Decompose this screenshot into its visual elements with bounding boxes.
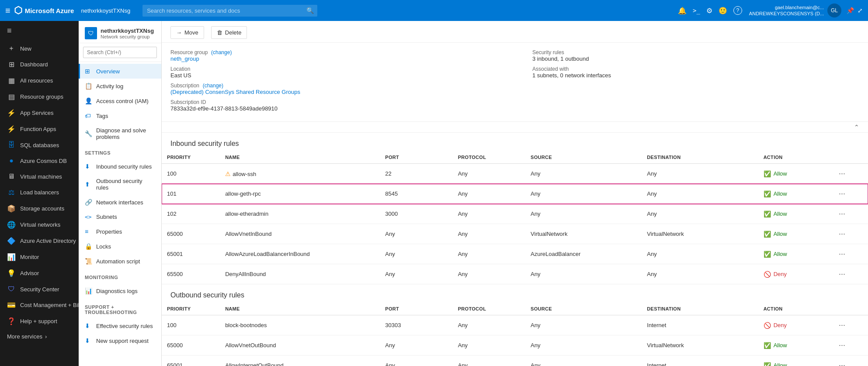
table-row[interactable]: 100 block-bootnodes 30303 Any Any Intern… <box>162 315 868 335</box>
header-destination: DESTINATION <box>642 151 758 164</box>
move-button[interactable]: → Move <box>170 26 204 39</box>
nav-item-properties[interactable]: ≡ Properties <box>79 224 161 239</box>
more-options-button[interactable]: ··· <box>836 340 848 351</box>
collapse-button[interactable]: ⌃ <box>854 124 859 131</box>
resource-title: nethxrkkoystTXNsg <box>101 28 154 34</box>
support-nav: ⬇ Effective security rules ⬇ New support… <box>79 317 161 350</box>
cell-action: ✅Allow <box>758 224 831 244</box>
nav-item-access-control[interactable]: 👤 Access control (IAM) <box>79 93 161 108</box>
expand-icon[interactable]: ⤢ <box>858 7 863 14</box>
nav-item-locks[interactable]: 🔒 Locks <box>79 239 161 254</box>
nav-item-subnets[interactable]: <> Subnets <box>79 210 161 224</box>
sidebar-item-storage-accounts[interactable]: 📦 Storage accounts <box>0 200 79 217</box>
table-row[interactable]: 65001 AllowAzureLoadBalancerInBound Any … <box>162 244 868 264</box>
app-title: Microsoft Azure <box>25 7 74 14</box>
nav-item-inbound-rules[interactable]: ⬇ Inbound security rules <box>79 159 161 174</box>
feedback-icon[interactable]: 🙂 <box>719 7 727 15</box>
header-name: NAME <box>220 303 380 315</box>
sidebar-item-sql-databases[interactable]: 🗄 SQL databases <box>0 137 79 153</box>
resource-group-change[interactable]: (change) <box>211 49 232 55</box>
nav-item-effective-rules[interactable]: ⬇ Effective security rules <box>79 318 161 333</box>
search-icon: 🔍 <box>306 7 314 14</box>
resource-group-value[interactable]: neth_group <box>170 55 199 62</box>
nav-item-new-support[interactable]: ⬇ New support request <box>79 333 161 348</box>
sidebar-item-resource-groups[interactable]: ▤ Resource groups <box>0 89 79 105</box>
more-options-button[interactable]: ··· <box>836 360 848 366</box>
terminal-icon[interactable]: >_ <box>693 7 700 14</box>
monitoring-section-label: MONITORING <box>79 270 161 282</box>
sidebar-item-advisor[interactable]: 💡 Advisor <box>0 265 79 281</box>
subscription-value[interactable]: (Deprecated) ConsenSys Shared Resource G… <box>170 89 300 95</box>
sidebar-item-security-center[interactable]: 🛡 Security Center <box>0 281 79 297</box>
action-label: Allow <box>774 190 787 197</box>
search-input[interactable] <box>142 5 317 17</box>
user-avatar[interactable]: GL <box>827 3 841 17</box>
nav-item-automation-script[interactable]: 📜 Automation script <box>79 254 161 269</box>
sidebar-item-label: Azure Active Directory <box>20 238 76 244</box>
access-control-icon: 👤 <box>85 97 93 104</box>
settings-icon[interactable]: ⚙ <box>706 7 712 15</box>
nav-item-label: New support request <box>96 338 149 344</box>
more-options-button[interactable]: ··· <box>836 208 848 219</box>
table-row[interactable]: 102 allow-etheradmin 3000 Any Any Any ✅A… <box>162 204 868 224</box>
cell-name: DenyAllInBound <box>220 264 380 284</box>
table-row[interactable]: 65001 AllowInternetOutBound Any Any Any … <box>162 356 868 366</box>
nav-item-outbound-rules[interactable]: ⬆ Outbound security rules <box>79 174 161 195</box>
nav-item-network-interfaces[interactable]: 🔗 Network interfaces <box>79 195 161 210</box>
nav-item-label: Outbound security rules <box>96 178 155 191</box>
more-options-button[interactable]: ··· <box>836 249 848 259</box>
more-options-button[interactable]: ··· <box>836 188 848 199</box>
sidebar-item-virtual-networks[interactable]: 🌐 Virtual networks <box>0 217 79 233</box>
user-info[interactable]: gael.blanchemain@c... ANDREWKEYSCONSENSY… <box>749 4 824 17</box>
nav-item-overview[interactable]: ⊞ Overview <box>79 64 161 79</box>
help-icon[interactable]: ? <box>733 6 742 15</box>
sidebar-item-azure-ad[interactable]: 🔷 Azure Active Directory <box>0 233 79 249</box>
cell-destination: Any <box>642 264 758 284</box>
delete-button[interactable]: 🗑 Delete <box>211 26 247 39</box>
cell-protocol: Any <box>453 204 525 224</box>
nav-item-label: Diagnostics logs <box>96 288 138 294</box>
subscription-change[interactable]: (change) <box>203 83 223 89</box>
cell-port: 8545 <box>380 184 452 204</box>
sidebar-item-cost-management[interactable]: 💳 Cost Management + Billing <box>0 297 79 313</box>
sidebar-toggle[interactable]: ≡ <box>0 21 79 41</box>
sidebar-item-virtual-machines[interactable]: 🖥 Virtual machines <box>0 169 79 184</box>
header-source: SOURCE <box>525 151 642 164</box>
sidebar-more-services[interactable]: More services › <box>0 329 79 344</box>
nav-item-activity-log[interactable]: 📋 Activity log <box>79 79 161 93</box>
more-options-button[interactable]: ··· <box>836 320 848 331</box>
more-options-button[interactable]: ··· <box>836 269 848 280</box>
sidebar-item-app-services[interactable]: ⚡ App Services <box>0 105 79 121</box>
cell-action: ✅Allow <box>758 335 831 356</box>
table-row[interactable]: 65500 DenyAllInBound Any Any Any Any 🚫De… <box>162 264 868 284</box>
advisor-icon: 💡 <box>7 269 16 277</box>
nav-item-diagnose[interactable]: 🔧 Diagnose and solve problems <box>79 123 161 144</box>
sidebar-item-dashboard[interactable]: ⊞ Dashboard <box>0 56 79 73</box>
panel-search-input[interactable] <box>83 47 157 58</box>
outbound-rules-icon: ⬆ <box>85 181 93 188</box>
notifications-icon[interactable]: 🔔 <box>678 7 687 15</box>
table-row[interactable]: 100 ⚠allow-ssh 22 Any Any Any ✅Allow ··· <box>162 164 868 184</box>
sidebar: ≡ + New ⊞ Dashboard ▦ All resources ▤ Re… <box>0 21 79 366</box>
hamburger-icon[interactable]: ≡ <box>5 6 10 16</box>
nav-item-tags[interactable]: 🏷 Tags <box>79 108 161 123</box>
sidebar-item-function-apps[interactable]: ⚡ Function Apps <box>0 121 79 137</box>
table-row[interactable]: 65000 AllowVnetOutBound Any Any Any Virt… <box>162 335 868 356</box>
sidebar-item-help-support[interactable]: ❓ Help + support <box>0 313 79 329</box>
sidebar-item-load-balancers[interactable]: ⚖ Load balancers <box>0 184 79 200</box>
sidebar-item-new[interactable]: + New <box>0 41 79 56</box>
cell-port: 22 <box>380 164 452 184</box>
nav-item-diagnostics[interactable]: 📊 Diagnostics logs <box>79 283 161 298</box>
pin-icon[interactable]: 📌 <box>847 7 854 14</box>
sidebar-item-monitor[interactable]: 📊 Monitor <box>0 249 79 265</box>
sidebar-item-cosmos-db[interactable]: ● Azure Cosmos DB <box>0 153 79 169</box>
table-row[interactable]: 101 allow-geth-rpc 8545 Any Any Any ✅All… <box>162 184 868 204</box>
header-priority: PRIORITY <box>162 151 220 164</box>
all-resources-icon: ▦ <box>7 76 16 85</box>
inbound-table-body: 100 ⚠allow-ssh 22 Any Any Any ✅Allow ···… <box>162 164 868 284</box>
more-options-button[interactable]: ··· <box>836 168 848 179</box>
more-options-button[interactable]: ··· <box>836 228 848 239</box>
sidebar-item-all-resources[interactable]: ▦ All resources <box>0 73 79 89</box>
table-row[interactable]: 65000 AllowVnetInBound Any Any VirtualNe… <box>162 224 868 244</box>
cell-port: Any <box>380 244 452 264</box>
